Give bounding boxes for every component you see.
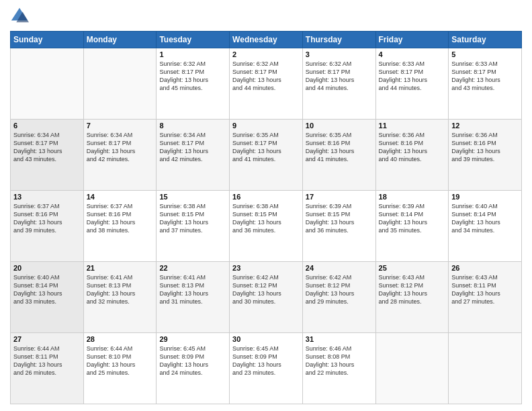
calendar-cell: 22Sunrise: 6:41 AM Sunset: 8:13 PM Dayli… <box>157 262 230 333</box>
day-number: 25 <box>379 264 446 272</box>
calendar-cell: 19Sunrise: 6:40 AM Sunset: 8:14 PM Dayli… <box>449 191 522 262</box>
day-info: Sunrise: 6:40 AM Sunset: 8:14 PM Dayligh… <box>451 202 519 235</box>
calendar-cell: 7Sunrise: 6:34 AM Sunset: 8:17 PM Daylig… <box>83 120 157 191</box>
calendar-cell <box>375 333 449 404</box>
day-header-friday: Friday <box>375 32 449 48</box>
calendar-cell: 8Sunrise: 6:34 AM Sunset: 8:17 PM Daylig… <box>157 120 230 191</box>
day-number: 10 <box>306 122 373 130</box>
day-number: 23 <box>232 264 300 272</box>
day-number: 20 <box>13 264 81 272</box>
day-number: 19 <box>451 193 519 201</box>
day-info: Sunrise: 6:37 AM Sunset: 8:16 PM Dayligh… <box>13 202 81 235</box>
day-info: Sunrise: 6:37 AM Sunset: 8:16 PM Dayligh… <box>87 202 154 235</box>
day-info: Sunrise: 6:42 AM Sunset: 8:12 PM Dayligh… <box>306 273 373 306</box>
day-info: Sunrise: 6:42 AM Sunset: 8:12 PM Dayligh… <box>232 273 300 306</box>
day-number: 8 <box>159 122 226 130</box>
calendar-cell: 5Sunrise: 6:33 AM Sunset: 8:17 PM Daylig… <box>449 48 522 120</box>
calendar-cell: 2Sunrise: 6:32 AM Sunset: 8:17 PM Daylig… <box>230 48 303 120</box>
logo <box>10 7 32 26</box>
calendar-cell: 14Sunrise: 6:37 AM Sunset: 8:16 PM Dayli… <box>83 191 157 262</box>
calendar-cell: 23Sunrise: 6:42 AM Sunset: 8:12 PM Dayli… <box>230 262 303 333</box>
day-info: Sunrise: 6:44 AM Sunset: 8:10 PM Dayligh… <box>87 345 154 377</box>
day-number: 31 <box>306 335 373 343</box>
calendar-cell <box>11 48 84 120</box>
day-info: Sunrise: 6:41 AM Sunset: 8:13 PM Dayligh… <box>87 273 154 306</box>
day-number: 7 <box>87 122 154 130</box>
day-info: Sunrise: 6:33 AM Sunset: 8:17 PM Dayligh… <box>379 60 446 93</box>
day-header-monday: Monday <box>83 32 157 48</box>
day-info: Sunrise: 6:32 AM Sunset: 8:17 PM Dayligh… <box>306 60 373 93</box>
day-number: 30 <box>232 335 300 343</box>
day-header-saturday: Saturday <box>449 32 522 48</box>
calendar-cell <box>449 333 522 404</box>
day-number: 27 <box>13 335 81 343</box>
day-info: Sunrise: 6:45 AM Sunset: 8:09 PM Dayligh… <box>159 345 226 377</box>
calendar-cell: 15Sunrise: 6:38 AM Sunset: 8:15 PM Dayli… <box>157 191 230 262</box>
day-info: Sunrise: 6:39 AM Sunset: 8:15 PM Dayligh… <box>306 202 373 235</box>
day-info: Sunrise: 6:44 AM Sunset: 8:11 PM Dayligh… <box>13 345 81 377</box>
calendar-cell: 9Sunrise: 6:35 AM Sunset: 8:17 PM Daylig… <box>230 120 303 191</box>
day-number: 14 <box>87 193 154 201</box>
calendar-cell: 10Sunrise: 6:35 AM Sunset: 8:16 PM Dayli… <box>302 120 375 191</box>
calendar-cell: 20Sunrise: 6:40 AM Sunset: 8:14 PM Dayli… <box>11 262 84 333</box>
day-info: Sunrise: 6:41 AM Sunset: 8:13 PM Dayligh… <box>159 273 226 306</box>
day-info: Sunrise: 6:34 AM Sunset: 8:17 PM Dayligh… <box>87 131 154 164</box>
calendar-cell: 31Sunrise: 6:46 AM Sunset: 8:08 PM Dayli… <box>302 333 375 404</box>
day-info: Sunrise: 6:36 AM Sunset: 8:16 PM Dayligh… <box>379 131 446 164</box>
day-info: Sunrise: 6:32 AM Sunset: 8:17 PM Dayligh… <box>232 60 300 93</box>
day-number: 21 <box>87 264 154 272</box>
day-number: 5 <box>451 50 519 58</box>
calendar-cell: 18Sunrise: 6:39 AM Sunset: 8:14 PM Dayli… <box>375 191 449 262</box>
day-info: Sunrise: 6:35 AM Sunset: 8:17 PM Dayligh… <box>232 131 300 164</box>
day-number: 4 <box>379 50 446 58</box>
day-number: 28 <box>87 335 154 343</box>
calendar-cell: 1Sunrise: 6:32 AM Sunset: 8:17 PM Daylig… <box>157 48 230 120</box>
day-header-wednesday: Wednesday <box>230 32 303 48</box>
calendar-cell: 24Sunrise: 6:42 AM Sunset: 8:12 PM Dayli… <box>302 262 375 333</box>
day-number: 9 <box>232 122 300 130</box>
calendar-cell: 3Sunrise: 6:32 AM Sunset: 8:17 PM Daylig… <box>302 48 375 120</box>
calendar-cell: 21Sunrise: 6:41 AM Sunset: 8:13 PM Dayli… <box>83 262 157 333</box>
calendar-cell: 6Sunrise: 6:34 AM Sunset: 8:17 PM Daylig… <box>11 120 84 191</box>
day-info: Sunrise: 6:34 AM Sunset: 8:17 PM Dayligh… <box>13 131 81 164</box>
day-number: 26 <box>451 264 519 272</box>
day-info: Sunrise: 6:43 AM Sunset: 8:11 PM Dayligh… <box>451 273 519 306</box>
day-number: 6 <box>13 122 81 130</box>
calendar-table: SundayMondayTuesdayWednesdayThursdayFrid… <box>10 31 522 404</box>
day-number: 29 <box>159 335 226 343</box>
calendar-cell: 4Sunrise: 6:33 AM Sunset: 8:17 PM Daylig… <box>375 48 449 120</box>
calendar-cell <box>83 48 157 120</box>
day-number: 3 <box>306 50 373 58</box>
day-header-tuesday: Tuesday <box>157 32 230 48</box>
calendar-cell: 25Sunrise: 6:43 AM Sunset: 8:12 PM Dayli… <box>375 262 449 333</box>
day-number: 11 <box>379 122 446 130</box>
day-info: Sunrise: 6:36 AM Sunset: 8:16 PM Dayligh… <box>451 131 519 164</box>
day-number: 13 <box>13 193 81 201</box>
day-number: 24 <box>306 264 373 272</box>
calendar-cell: 27Sunrise: 6:44 AM Sunset: 8:11 PM Dayli… <box>11 333 84 404</box>
calendar-cell: 13Sunrise: 6:37 AM Sunset: 8:16 PM Dayli… <box>11 191 84 262</box>
day-info: Sunrise: 6:46 AM Sunset: 8:08 PM Dayligh… <box>306 345 373 377</box>
day-info: Sunrise: 6:38 AM Sunset: 8:15 PM Dayligh… <box>159 202 226 235</box>
day-number: 15 <box>159 193 226 201</box>
calendar-cell: 29Sunrise: 6:45 AM Sunset: 8:09 PM Dayli… <box>157 333 230 404</box>
day-number: 1 <box>159 50 226 58</box>
calendar-cell: 28Sunrise: 6:44 AM Sunset: 8:10 PM Dayli… <box>83 333 157 404</box>
day-info: Sunrise: 6:35 AM Sunset: 8:16 PM Dayligh… <box>306 131 373 164</box>
day-info: Sunrise: 6:43 AM Sunset: 8:12 PM Dayligh… <box>379 273 446 306</box>
calendar-cell: 16Sunrise: 6:38 AM Sunset: 8:15 PM Dayli… <box>230 191 303 262</box>
calendar-cell: 17Sunrise: 6:39 AM Sunset: 8:15 PM Dayli… <box>302 191 375 262</box>
calendar-cell: 26Sunrise: 6:43 AM Sunset: 8:11 PM Dayli… <box>449 262 522 333</box>
calendar-cell: 11Sunrise: 6:36 AM Sunset: 8:16 PM Dayli… <box>375 120 449 191</box>
day-header-sunday: Sunday <box>11 32 84 48</box>
day-header-thursday: Thursday <box>302 32 375 48</box>
day-number: 17 <box>306 193 373 201</box>
day-info: Sunrise: 6:39 AM Sunset: 8:14 PM Dayligh… <box>379 202 446 235</box>
day-info: Sunrise: 6:38 AM Sunset: 8:15 PM Dayligh… <box>232 202 300 235</box>
day-number: 18 <box>379 193 446 201</box>
day-number: 16 <box>232 193 300 201</box>
logo-icon <box>10 7 29 26</box>
day-info: Sunrise: 6:32 AM Sunset: 8:17 PM Dayligh… <box>159 60 226 93</box>
calendar-cell: 12Sunrise: 6:36 AM Sunset: 8:16 PM Dayli… <box>449 120 522 191</box>
day-info: Sunrise: 6:45 AM Sunset: 8:09 PM Dayligh… <box>232 345 300 377</box>
